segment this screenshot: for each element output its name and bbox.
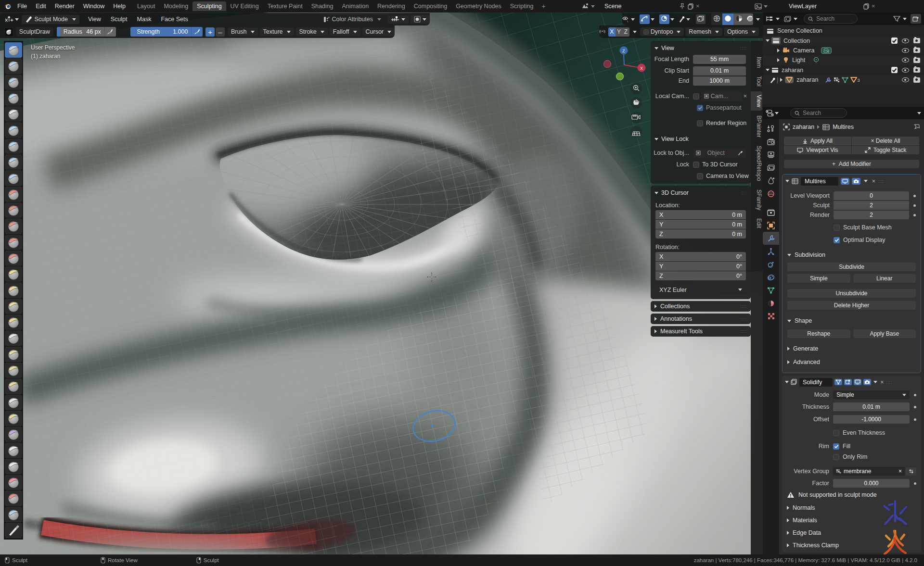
svg-text:Z: Z — [622, 49, 625, 53]
svg-text:X: X — [640, 66, 643, 71]
